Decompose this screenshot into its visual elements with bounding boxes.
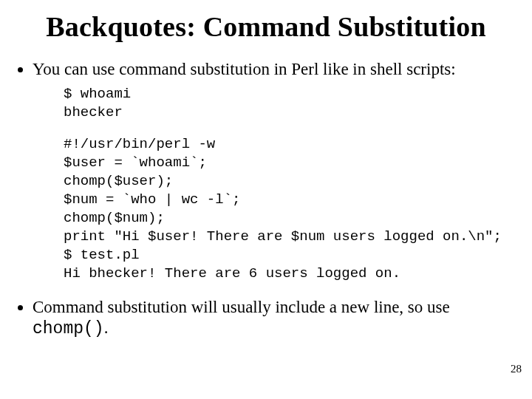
code-block-1: $ whoami bhecker (64, 85, 516, 122)
slide-title: Backquotes: Command Substitution (16, 10, 516, 43)
bullet-list: You can use command substitution in Perl… (16, 59, 516, 340)
bullet-item-1: You can use command substitution in Perl… (33, 59, 516, 284)
bullet-1-text: You can use command substitution in Perl… (33, 60, 456, 78)
bullet-item-2: Command substitution will usually includ… (33, 297, 516, 341)
chomp-code: chomp() (33, 319, 104, 338)
code-block-2: #!/usr/bin/perl -w $user = `whoami`; cho… (64, 135, 516, 284)
bullet-2-suffix: . (104, 318, 109, 337)
slide: Backquotes: Command Substitution You can… (0, 0, 532, 399)
bullet-2-prefix: Command substitution will usually includ… (33, 298, 450, 316)
page-number: 28 (511, 363, 522, 375)
